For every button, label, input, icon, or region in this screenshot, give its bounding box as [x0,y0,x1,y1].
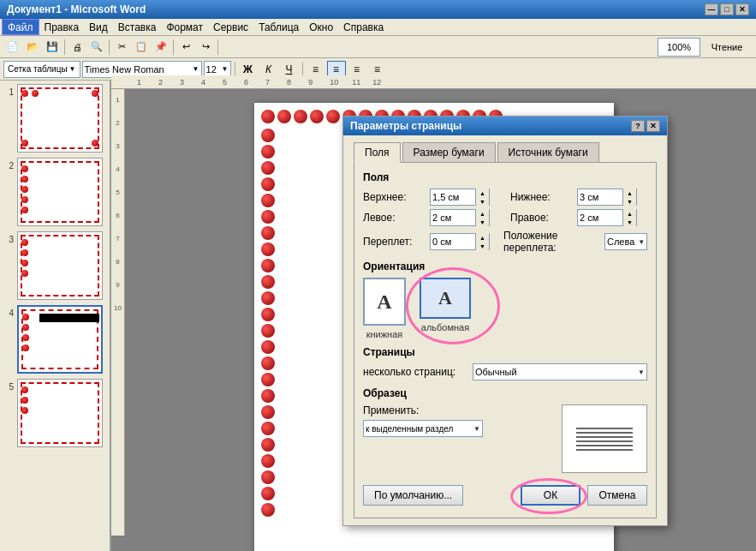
dialog-titlebar: Параметры страницы ? ✕ [343,117,667,135]
dialog-help-btn[interactable]: ? [631,120,645,132]
binding-pos-label: Положение переплета: [503,230,598,254]
apply-row: Применить: [363,404,545,416]
portrait-option[interactable]: A книжная [363,278,406,339]
binding-pos-value: Слева [607,237,634,247]
binding-pos-arrow: ▼ [638,238,645,246]
binding-pos-select[interactable]: Слева ▼ [604,233,647,250]
sample-line-6 [576,449,633,451]
dialog-title-buttons[interactable]: ? ✕ [631,120,660,132]
binding-margin-down[interactable]: ▼ [475,242,489,250]
binding-margin-spin[interactable]: ▲ ▼ [475,233,489,250]
portrait-icon[interactable]: A [363,278,406,326]
cancel-button[interactable]: Отмена [587,485,647,506]
left-margin-up[interactable]: ▲ [475,209,489,218]
left-margin-input[interactable] [431,210,475,225]
portrait-label: книжная [366,329,403,339]
tab-paper-source[interactable]: Источник бумаги [497,142,599,163]
sample-line-2 [576,432,633,434]
tab-content: Поля Верхнее: ▲ ▼ Нижнее: [354,162,657,518]
ok-cancel-group: ОК Отмена [521,485,647,506]
sample-line-5 [576,445,633,446]
margin-row-2: Левое: ▲ ▼ Правое: ▲ [363,209,647,226]
default-button[interactable]: По умолчанию... [363,485,463,506]
left-margin-down[interactable]: ▼ [475,218,489,226]
tab-fields[interactable]: Поля [354,142,401,163]
binding-margin-input-wrap[interactable]: ▲ ▼ [430,233,490,250]
right-margin-down[interactable]: ▼ [622,218,636,226]
tab-paper-size[interactable]: Размер бумаги [402,142,496,163]
top-margin-up[interactable]: ▲ [475,189,489,197]
bottom-margin-spin[interactable]: ▲ ▼ [622,189,636,206]
apply-label: Применить: [363,404,423,416]
binding-margin-input[interactable] [431,234,475,249]
top-margin-down[interactable]: ▼ [475,197,489,206]
dialog-tabs: Поля Размер бумаги Источник бумаги [354,142,657,163]
pages-label: несколько страниц: [363,366,466,378]
top-margin-spin[interactable]: ▲ ▼ [475,189,489,206]
landscape-label: альбомная [421,322,469,332]
apply-value: к выделенным раздел [366,424,470,434]
top-margin-label: Верхнее: [363,191,423,203]
landscape-icon[interactable]: A [420,278,471,319]
left-margin-input-wrap[interactable]: ▲ ▼ [430,209,490,226]
binding-row: Переплет: ▲ ▼ Положение переплета: Слева… [363,230,647,254]
bottom-margin-up[interactable]: ▲ [622,189,636,197]
sample-title: Образец [363,387,647,399]
dialog-title: Параметры страницы [350,120,461,132]
apply-area: Применить: к выделенным раздел ▼ [363,404,545,437]
bottom-margin-input[interactable] [578,189,622,205]
orientation-row: A книжная A альбомная [363,278,647,339]
margin-row-1: Верхнее: ▲ ▼ Нижнее: ▲ [363,189,647,206]
pages-select[interactable]: Обычный ▼ [473,363,647,380]
left-margin-label: Левое: [363,212,423,224]
bottom-margin-input-wrap[interactable]: ▲ ▼ [577,189,637,206]
dialog-body: Поля Размер бумаги Источник бумаги Поля … [343,135,667,525]
top-margin-input[interactable] [431,189,475,205]
sample-preview [562,404,647,473]
bottom-margin-label: Нижнее: [510,191,570,203]
top-margin-input-wrap[interactable]: ▲ ▼ [430,189,490,206]
pages-arrow: ▼ [638,368,645,376]
binding-margin-label: Переплет: [363,236,423,248]
dialog-overlay: Параметры страницы ? ✕ Поля Размер бумаг… [0,0,756,551]
apply-arrow: ▼ [473,425,480,433]
right-margin-up[interactable]: ▲ [622,209,636,218]
dialog-close-btn[interactable]: ✕ [646,120,660,132]
fields-section: Поля Верхнее: ▲ ▼ Нижнее: [363,171,647,254]
apply-select-row: к выделенным раздел ▼ [363,420,545,437]
pages-value: Обычный [475,367,634,377]
sample-section: Образец Применить: к выделенным раздел ▼ [363,387,647,473]
right-margin-input[interactable] [578,210,622,225]
binding-margin-up[interactable]: ▲ [475,233,489,242]
sample-line-1 [576,428,633,429]
right-margin-label: Правое: [510,212,570,224]
pages-row: несколько страниц: Обычный ▼ [363,363,647,380]
orientation-section: Ориентация A книжная A альбомн [363,261,647,339]
left-margin-spin[interactable]: ▲ ▼ [475,209,489,226]
ok-button[interactable]: ОК [521,485,580,506]
sample-line-3 [576,436,633,438]
pages-section-title: Страницы [363,346,647,358]
apply-select[interactable]: к выделенным раздел ▼ [363,420,483,437]
sample-content: Применить: к выделенным раздел ▼ [363,404,647,473]
right-margin-spin[interactable]: ▲ ▼ [622,209,636,226]
right-margin-input-wrap[interactable]: ▲ ▼ [577,209,637,226]
sample-line-4 [576,440,633,442]
page-settings-dialog: Параметры страницы ? ✕ Поля Размер бумаг… [342,116,668,526]
pages-section: Страницы несколько страниц: Обычный ▼ [363,346,647,380]
orientation-title: Ориентация [363,261,647,273]
landscape-option[interactable]: A альбомная [420,278,471,339]
dialog-buttons: По умолчанию... ОК Отмена [363,482,647,509]
fields-section-title: Поля [363,171,647,183]
bottom-margin-down[interactable]: ▼ [622,197,636,206]
